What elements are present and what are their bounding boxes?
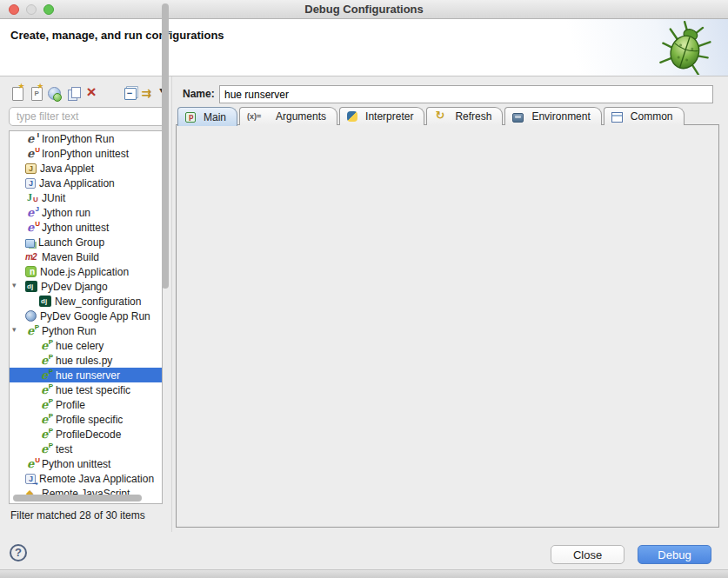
tab[interactable]: Arguments <box>239 107 337 125</box>
window-bottom-edge <box>0 569 728 578</box>
tree-item-label: Remote Java Application <box>39 473 154 485</box>
tree-item[interactable]: ▾ Java Applet <box>10 161 162 176</box>
python-run-config-icon <box>39 384 52 396</box>
tree-item[interactable]: ▾ test <box>10 442 162 456</box>
tree-item[interactable]: ▾ Launch Group <box>10 235 162 249</box>
jython-unittest-icon <box>25 222 38 234</box>
tree-item[interactable]: ▾ PyDev Django <box>10 279 162 294</box>
python-run-config-icon <box>39 399 52 411</box>
tree-item-label: hue runserver <box>56 369 120 382</box>
tree-item[interactable]: ▾ hue celery <box>10 338 162 353</box>
junit-icon <box>25 192 38 204</box>
tree-item[interactable]: ▾ IronPython unittest <box>10 146 162 161</box>
name-input[interactable] <box>219 85 713 103</box>
tree-item-label: IronPython Run <box>42 133 114 145</box>
refresh-icon <box>434 110 447 123</box>
tree-item[interactable]: ▾ Node.js Application <box>10 264 162 279</box>
config-tabs: Main Arguments Interpreter Refresh Envir… <box>177 106 686 125</box>
tree-item[interactable]: ▾ Python Run <box>10 323 162 338</box>
tree-item[interactable]: ▾ Python unittest <box>10 456 162 471</box>
close-window-icon[interactable] <box>9 4 19 15</box>
filter-input[interactable] <box>9 107 165 126</box>
tree-item[interactable]: ▾ Java Application <box>10 176 162 190</box>
environment-icon <box>512 113 524 123</box>
panel-divider[interactable] <box>171 76 172 532</box>
tree-item-label: Java Applet <box>40 163 94 175</box>
tree-item-label: Node.js Application <box>40 266 129 278</box>
tree-item[interactable]: ▾ Maven Build <box>10 249 162 264</box>
tree-item[interactable]: ▾ New_configuration <box>10 294 162 309</box>
tree-item-label: Launch Group <box>38 236 104 249</box>
tree-item[interactable]: ▾ Jython unittest <box>10 220 162 235</box>
pydev-django-icon <box>25 281 37 292</box>
tab-label: Refresh <box>455 110 491 123</box>
tree-item[interactable]: ▾ ProfileDecode <box>10 427 162 442</box>
tree-item-label: Profile specific <box>56 414 123 426</box>
tree-item[interactable]: ▾ hue runserver <box>10 368 162 382</box>
java-application-icon <box>25 178 36 189</box>
tab[interactable]: Common <box>604 107 685 125</box>
nodejs-icon <box>25 266 37 277</box>
close-button[interactable]: Close <box>551 545 624 564</box>
ironpython-unittest-icon <box>25 148 38 160</box>
tree-item-label: Python unittest <box>42 458 110 470</box>
tree-item[interactable]: ▾ Profile specific <box>10 412 162 427</box>
zoom-window-icon[interactable] <box>43 4 54 15</box>
tree-item-label: JUnit <box>42 192 65 204</box>
tree-item[interactable]: ▾ PyDev Google App Run <box>10 309 162 323</box>
page-title: Create, manage, and run configurations <box>10 29 224 42</box>
tree-item-label: PyDev Django <box>41 281 108 293</box>
jython-run-icon <box>25 207 38 219</box>
tree-horizontal-scrollbar[interactable] <box>13 495 142 502</box>
tree-item[interactable]: ▾ IronPython Run <box>10 131 162 146</box>
tree-item-label: Jython unittest <box>42 222 109 234</box>
django-config-icon <box>39 296 51 307</box>
tree-item[interactable]: ▾ Profile <box>10 397 162 412</box>
tab[interactable]: Main <box>177 107 237 126</box>
filter-status: Filter matched 28 of 30 items <box>10 509 145 522</box>
launch-toolbar <box>9 83 167 103</box>
delete-config-icon[interactable] <box>84 84 101 103</box>
java-applet-icon <box>25 163 37 174</box>
name-label: Name: <box>183 88 215 100</box>
window-title: Debug Configurations <box>0 0 728 18</box>
tree-item[interactable]: ▾ hue test specific <box>10 382 162 397</box>
help-button[interactable]: ? <box>10 544 27 561</box>
duplicate-config-icon[interactable] <box>65 84 82 103</box>
tree-item[interactable]: ▾ Remote Java Application <box>10 471 162 486</box>
launch-group-icon <box>25 239 35 248</box>
tree-item[interactable]: ▾ JUnit <box>10 190 162 205</box>
new-prototype-icon[interactable] <box>28 84 44 103</box>
minimize-window-icon[interactable] <box>26 4 37 15</box>
main-tab-icon <box>185 112 196 123</box>
tree-item-label: New_configuration <box>55 296 141 308</box>
expander-icon[interactable]: ▾ <box>12 325 17 334</box>
new-config-icon[interactable] <box>9 84 25 103</box>
separator[interactable] <box>103 84 119 103</box>
arguments-icon <box>247 110 268 123</box>
tree-item-label: test <box>56 443 72 455</box>
tab[interactable]: Interpreter <box>339 107 424 125</box>
tree-item-label: hue test specific <box>56 384 130 396</box>
tree-item[interactable]: ▾ Jython run <box>10 205 162 220</box>
collapse-all-icon[interactable] <box>122 84 138 103</box>
debug-button[interactable]: Debug <box>638 545 711 564</box>
tree-item-label: PyDev Google App Run <box>40 310 150 322</box>
expander-icon[interactable]: ▾ <box>12 281 17 289</box>
python-run-config-icon <box>39 429 52 441</box>
ironpython-run-icon <box>25 133 38 145</box>
tab[interactable]: Refresh <box>426 107 503 125</box>
tree-item-label: hue rules.py <box>56 355 112 367</box>
tree-item-label: Maven Build <box>42 251 99 263</box>
tree-vertical-scrollbar[interactable] <box>162 3 169 289</box>
tree-item[interactable]: ▾ hue rules.py <box>10 353 162 368</box>
export-config-icon[interactable] <box>46 84 63 103</box>
filter-launch-icon[interactable] <box>140 84 157 103</box>
python-run-icon <box>25 325 38 337</box>
main-tab-panel <box>176 124 719 528</box>
tree-item-label: Profile <box>56 399 85 411</box>
configurations-tree: ▾ IronPython Run ▾ IronPython unittest ▾… <box>9 130 163 504</box>
debug-bug-icon <box>658 21 712 75</box>
interpreter-icon <box>347 111 357 122</box>
tab[interactable]: Environment <box>504 107 601 125</box>
